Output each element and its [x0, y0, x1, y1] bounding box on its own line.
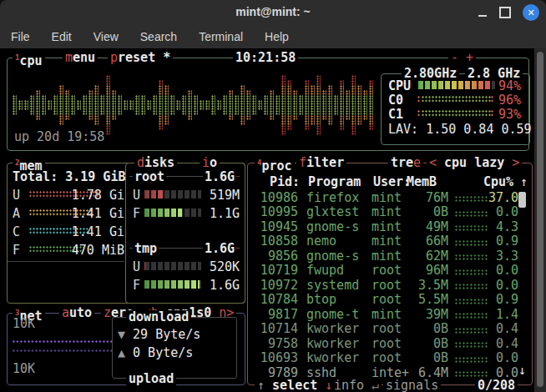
proc-program: gnome-t [306, 308, 372, 321]
core1-value: 93% [498, 108, 521, 121]
proc-row[interactable]: 10784btoproot5.5M0.9 [250, 293, 525, 308]
proc-info-button[interactable]: info ↵ [331, 379, 382, 392]
mem-divider [8, 261, 124, 262]
core0-label: C0 [388, 93, 403, 107]
proc-cpu-minigraph [455, 357, 488, 363]
core0-meter [422, 96, 492, 103]
proc-program: firefox [306, 191, 372, 204]
proc-cpu: 3.3 [488, 249, 518, 263]
proc-row[interactable]: 10945gnome-smint49M4.3 [250, 219, 525, 234]
proc-cpu-minigraph [455, 371, 488, 377]
menu-search[interactable]: Search [129, 30, 188, 43]
proc-tree-button[interactable]: tree [388, 156, 423, 169]
minimize-button-icon[interactable] [478, 4, 488, 21]
proc-mem: 76M [417, 191, 448, 204]
tmp-used-value: 520K [205, 260, 240, 274]
proc-panel: 4proc filter tree < cpu lazy > Pid: Prog… [247, 163, 533, 385]
close-button-icon[interactable] [523, 4, 539, 21]
header-mem[interactable]: MemB [398, 175, 437, 188]
net-upload-graph [13, 349, 113, 353]
tmp-used-meter [144, 262, 201, 270]
proc-select-control[interactable]: ↑ select ↓ [255, 379, 335, 392]
terminal-scrollbar-track[interactable] [534, 48, 546, 392]
proc-mem: 0B [417, 322, 448, 335]
proc-filter-button[interactable]: filter [296, 156, 346, 169]
net-auto-button[interactable]: auto [59, 306, 94, 319]
cpu-total-value: 94% [498, 79, 521, 93]
menu-file[interactable]: File [0, 30, 41, 43]
proc-row[interactable]: 10858nemomint66M0.9 [250, 234, 525, 249]
proc-row[interactable]: 10986firefoxmint76M37.0 [250, 190, 525, 205]
proc-cpu: 4.3 [488, 220, 518, 234]
interval-value [458, 50, 466, 65]
proc-mem: 3.5M [417, 279, 448, 292]
terminal-screen: 1cpu menu preset * 10:21:58 - + up 20d 1… [0, 48, 534, 392]
proc-mem: 39M [417, 308, 448, 321]
net-download-graph [13, 340, 113, 344]
proc-pid: 9758 [250, 337, 298, 350]
proc-user: mint [372, 191, 417, 204]
terminal-scrollbar-thumb[interactable] [537, 52, 543, 387]
proc-row[interactable]: 9758kworkerroot0B0.4 [250, 336, 525, 351]
proc-pid: 10784 [250, 293, 298, 306]
menu-button[interactable]: menu [63, 51, 98, 64]
proc-row[interactable]: 9856gnome-smint62M3.3 [250, 249, 525, 264]
proc-pid: 9856 [250, 249, 298, 263]
proc-pid: 10719 [250, 264, 298, 277]
proc-row[interactable]: 10995glxtestmint0B0.0 [250, 205, 525, 220]
select-up-icon[interactable]: ↑ [257, 378, 265, 392]
download-arrow-icon: ▼ [118, 327, 125, 342]
proc-program: nemo [306, 234, 372, 248]
tmp-disk-name: tmp [133, 242, 159, 255]
proc-pid: 10714 [250, 322, 298, 335]
proc-user: root [372, 293, 417, 306]
proc-user: root [372, 264, 417, 277]
proc-cpu: 0.0 [488, 264, 518, 277]
proc-cpu: 0.0 [488, 205, 518, 219]
proc-row[interactable]: 10972systemdroot3.5M0.0 [250, 278, 525, 293]
proc-signals-button[interactable]: signals [383, 379, 441, 392]
net-panel: 3net auto zero <b enp1s0 n> 10K 10K down… [7, 313, 245, 385]
proc-row[interactable]: 10693kworkerroot0B0.0 [250, 351, 525, 366]
proc-mem: 62M [417, 249, 448, 263]
maximize-button-icon[interactable] [499, 7, 511, 18]
cpu-panel-title[interactable]: 1cpu [13, 51, 45, 68]
proc-row[interactable]: 10719fwupdroot96M0.0 [250, 264, 525, 279]
proc-program: glxtest [306, 205, 372, 219]
mem-avail-label: A [13, 207, 20, 220]
header-program[interactable]: Program [308, 175, 361, 188]
menu-edit[interactable]: Edit [41, 30, 83, 43]
menu-terminal[interactable]: Terminal [188, 30, 254, 43]
proc-program: btop [306, 293, 372, 306]
proc-cpu-minigraph [455, 299, 488, 304]
proc-scrollbar-thumb[interactable] [518, 192, 526, 208]
upload-label: upload [126, 372, 176, 385]
menu-view[interactable]: View [83, 30, 129, 43]
root-used-meter [144, 190, 201, 199]
terminal-window: mint@mint: ~ File Edit View Search Termi… [0, 0, 546, 392]
proc-sort-selector[interactable]: < cpu lazy > [427, 156, 522, 169]
proc-panel-title[interactable]: 4proc [255, 156, 295, 173]
proc-mem: 0B [417, 351, 448, 364]
proc-user: root [372, 351, 417, 364]
cpu-total-meter [418, 81, 495, 89]
header-pid[interactable]: Pid: [251, 175, 300, 188]
proc-user: mint [372, 308, 417, 321]
io-mode-button[interactable]: io [200, 156, 220, 169]
menu-help[interactable]: Help [254, 30, 300, 43]
header-cpu[interactable]: Cpu% [457, 175, 513, 188]
proc-mem: 49M [417, 220, 448, 234]
interval-plus-button[interactable]: + [466, 50, 473, 65]
proc-row[interactable]: 9817gnome-tmint39M1.4 [250, 307, 525, 322]
proc-cpu: 0.9 [488, 234, 518, 248]
proc-scroll-down-icon[interactable]: ↓ [518, 364, 526, 377]
root-free-label: F [133, 207, 140, 220]
proc-cpu: 0.0 [488, 279, 518, 292]
proc-row[interactable]: 10714kworkerroot0B0.4 [250, 322, 525, 337]
proc-program: fwupd [306, 264, 372, 277]
preset-button[interactable]: preset * [108, 51, 173, 64]
interval-minus-button[interactable]: - [451, 50, 458, 65]
proc-pid: 9817 [250, 308, 298, 321]
disks-panel-title[interactable]: disks [134, 156, 177, 169]
proc-pid: 10986 [250, 191, 298, 204]
